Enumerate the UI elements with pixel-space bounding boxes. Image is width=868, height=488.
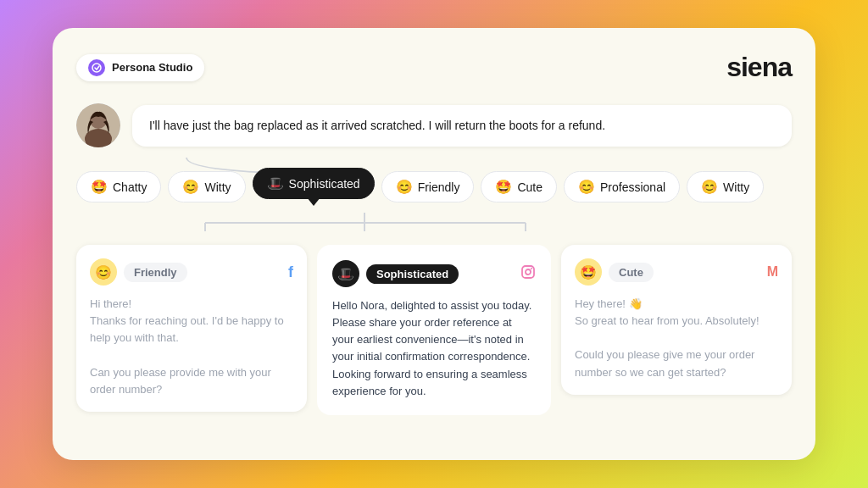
- persona-studio-badge[interactable]: Persona Studio: [76, 54, 204, 81]
- pill-chatty[interactable]: 🤩 Chatty: [76, 171, 161, 202]
- friendly-label: Friendly: [418, 180, 460, 194]
- card-friendly[interactable]: 😊 Friendly f Hi there! Thanks for reachi…: [76, 245, 307, 412]
- pill-sophisticated[interactable]: 🎩 Sophisticated: [253, 168, 375, 199]
- card-cute-header: 🤩 Cute M: [575, 258, 778, 286]
- cute-emoji: 🤩: [495, 179, 512, 195]
- card-friendly-text: Hi there! Thanks for reaching out. I'd b…: [90, 296, 293, 398]
- card-cute[interactable]: 🤩 Cute M Hey there! 👋 So great to hear f…: [561, 245, 792, 395]
- pill-cute[interactable]: 🤩 Cute: [481, 171, 557, 202]
- top-bar: Persona Studio siena: [76, 52, 792, 83]
- card-sophisticated-avatar: 🎩: [332, 260, 359, 287]
- pill-witty1[interactable]: 😊 Witty: [168, 171, 245, 202]
- svg-point-5: [526, 269, 531, 274]
- user-message-row: I'll have just the bag replaced as it ar…: [76, 103, 792, 147]
- pill-arrow: [307, 197, 320, 206]
- card-cute-platform: M: [767, 264, 778, 280]
- card-cute-label: Cute: [609, 263, 654, 282]
- chatty-emoji: 🤩: [91, 179, 108, 195]
- user-message-text: I'll have just the bag replaced as it ar…: [149, 119, 605, 132]
- sophisticated-label: Sophisticated: [289, 177, 360, 191]
- card-cute-text: Hey there! 👋 So great to hear from you. …: [575, 296, 778, 381]
- witty2-emoji: 😊: [701, 179, 718, 195]
- cards-row: 😊 Friendly f Hi there! Thanks for reachi…: [76, 245, 792, 415]
- pill-professional[interactable]: 😊 Professional: [564, 171, 680, 202]
- branch-lines: [76, 213, 792, 231]
- card-friendly-header: 😊 Friendly f: [90, 258, 293, 286]
- sophisticated-emoji: 🎩: [267, 175, 284, 191]
- card-sophisticated-text: Hello Nora, delighted to assist you toda…: [332, 297, 536, 400]
- card-friendly-label: Friendly: [124, 263, 187, 282]
- friendly-emoji: 😊: [396, 179, 413, 195]
- professional-emoji: 😊: [578, 179, 595, 195]
- card-sophisticated-label: Sophisticated: [366, 264, 459, 284]
- persona-studio-label: Persona Studio: [112, 61, 192, 74]
- ps-icon: [88, 59, 105, 76]
- chatty-label: Chatty: [113, 180, 147, 194]
- cute-label: Cute: [517, 180, 542, 194]
- user-message-bubble: I'll have just the bag replaced as it ar…: [132, 105, 792, 147]
- pill-friendly[interactable]: 😊 Friendly: [381, 171, 475, 202]
- professional-label: Professional: [600, 180, 665, 194]
- card-friendly-avatar: 😊: [90, 258, 117, 286]
- siena-logo: siena: [726, 52, 792, 83]
- pill-witty2[interactable]: 😊 Witty: [687, 171, 764, 202]
- svg-rect-4: [522, 266, 534, 278]
- style-pills-row: 🤩 Chatty 😊 Witty 🎩 Sophisticated 😊 Frien…: [76, 164, 792, 209]
- svg-point-0: [92, 64, 101, 72]
- witty1-emoji: 😊: [182, 179, 199, 195]
- card-cute-avatar: 🤩: [575, 258, 602, 286]
- main-card: Persona Studio siena I'll have just the …: [53, 28, 815, 460]
- card-sophisticated-platform: [520, 264, 536, 283]
- svg-point-6: [531, 268, 532, 269]
- card-sophisticated[interactable]: 🎩 Sophisticated: [317, 245, 551, 415]
- witty1-label: Witty: [204, 180, 231, 194]
- user-avatar: [76, 103, 120, 147]
- card-friendly-platform: f: [288, 263, 293, 281]
- witty2-label: Witty: [723, 180, 749, 194]
- card-sophisticated-header: 🎩 Sophisticated: [332, 260, 536, 287]
